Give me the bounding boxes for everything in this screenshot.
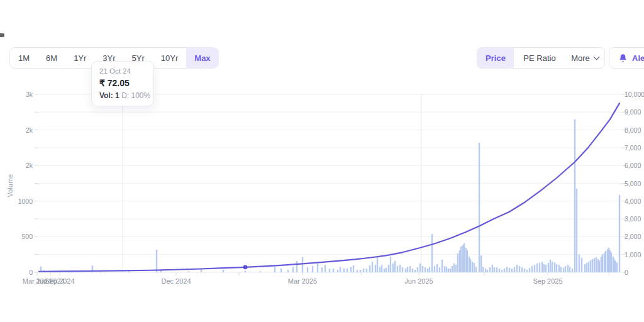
price-volume-chart[interactable] bbox=[0, 0, 644, 322]
y-axis-title-volume: Volume bbox=[6, 164, 14, 208]
volume-bar bbox=[429, 267, 430, 272]
volume-bar bbox=[307, 267, 308, 272]
y-axis-label-right: 8,000 bbox=[625, 126, 641, 134]
volume-bar bbox=[340, 267, 341, 272]
volume-bar bbox=[280, 269, 282, 272]
volume-bar bbox=[565, 266, 566, 272]
volume-bar bbox=[496, 267, 497, 272]
volume-bar bbox=[402, 267, 403, 272]
volume-bar bbox=[588, 262, 589, 272]
volume-bar bbox=[457, 253, 458, 272]
volume-bar bbox=[434, 266, 435, 272]
volume-bar bbox=[444, 266, 445, 272]
y-axis-label-right: 1,000 bbox=[625, 251, 641, 258]
stock-chart-app: 3k2k2k10005000 10,0009,0008,0007,0006,00… bbox=[0, 0, 644, 322]
price-line bbox=[39, 103, 619, 272]
volume-bar bbox=[377, 257, 378, 272]
volume-bar bbox=[156, 250, 157, 272]
volume-bar bbox=[539, 263, 540, 272]
volume-bar bbox=[422, 266, 423, 272]
volume-bar bbox=[409, 266, 411, 272]
volume-bar bbox=[596, 257, 597, 272]
x-axis-label: Dec 2024 bbox=[151, 277, 201, 285]
x-axis-label: Sep 2024 bbox=[35, 277, 85, 285]
volume-bar bbox=[574, 119, 575, 272]
volume-bar bbox=[333, 269, 334, 272]
volume-bar bbox=[599, 260, 600, 272]
volume-bar bbox=[223, 270, 224, 272]
volume-bar bbox=[509, 268, 510, 272]
volume-bar bbox=[450, 269, 451, 272]
volume-bar bbox=[399, 265, 401, 272]
volume-bar bbox=[511, 269, 513, 272]
volume-bar bbox=[292, 267, 294, 272]
volume-bar bbox=[321, 267, 323, 272]
volume-bar bbox=[381, 265, 382, 272]
volume-bar bbox=[329, 269, 330, 272]
volume-bar bbox=[412, 269, 413, 272]
volume-bar bbox=[572, 269, 573, 272]
y-axis-label-left: 0 bbox=[0, 269, 33, 276]
volume-bar bbox=[560, 267, 562, 272]
volume-bar bbox=[455, 265, 457, 272]
volume-bar bbox=[317, 264, 318, 272]
volume-bar bbox=[188, 271, 189, 272]
volume-bar bbox=[453, 264, 455, 272]
volume-bar bbox=[590, 260, 591, 272]
volume-bar bbox=[605, 251, 606, 272]
volume-bar bbox=[581, 258, 582, 272]
volume-bar bbox=[372, 262, 373, 272]
volume-bar bbox=[586, 263, 587, 272]
volume-bar bbox=[350, 267, 352, 272]
volume-bar bbox=[369, 265, 370, 272]
volume-bar bbox=[619, 195, 620, 272]
x-axis-label: Sep 2025 bbox=[523, 277, 573, 285]
volume-bar bbox=[384, 269, 385, 272]
volume-bar bbox=[602, 254, 603, 272]
volume-bar bbox=[592, 259, 593, 272]
volume-bar bbox=[390, 257, 391, 272]
volume-bar bbox=[556, 264, 557, 272]
volume-bar bbox=[521, 267, 523, 272]
y-axis-label-right: 9,000 bbox=[625, 108, 641, 116]
volume-bar bbox=[431, 234, 433, 272]
volume-bar bbox=[479, 143, 480, 272]
volume-bar bbox=[260, 271, 261, 272]
volume-bar bbox=[569, 267, 570, 272]
volume-bar bbox=[558, 265, 560, 272]
volume-bar bbox=[379, 267, 380, 272]
x-axis-label: Jun 2025 bbox=[394, 277, 444, 285]
volume-bar bbox=[492, 265, 493, 272]
volume-bar bbox=[475, 267, 477, 272]
volume-bar bbox=[519, 266, 520, 272]
y-axis-label-left: 3k bbox=[0, 91, 33, 98]
volume-bar bbox=[347, 269, 348, 272]
volume-bar bbox=[446, 267, 447, 272]
x-axis-label: Mar 2025 bbox=[277, 277, 328, 285]
volume-bar bbox=[529, 268, 530, 272]
volume-bar bbox=[419, 264, 421, 272]
volume-bar bbox=[360, 270, 361, 272]
volume-bar bbox=[363, 269, 364, 272]
volume-bar bbox=[394, 261, 396, 272]
y-axis-label-right: 7,000 bbox=[625, 144, 641, 152]
chart-tooltip: 21 Oct 24 ₹ 72.05 Vol: 1 D: 100% bbox=[91, 61, 154, 106]
volume-bar bbox=[439, 267, 440, 272]
volume-bar bbox=[274, 267, 275, 272]
y-axis-label-right: 3,000 bbox=[625, 215, 641, 223]
volume-bar bbox=[302, 257, 303, 272]
volume-bar bbox=[386, 268, 387, 272]
volume-bar bbox=[501, 270, 502, 272]
tooltip-delivery: D: 100% bbox=[121, 91, 150, 100]
y-axis-label-right: 5,000 bbox=[625, 180, 641, 187]
volume-bar bbox=[405, 269, 406, 272]
volume-bar bbox=[504, 269, 505, 272]
volume-bar bbox=[552, 262, 553, 272]
volume-bar bbox=[448, 269, 449, 272]
volume-bar bbox=[472, 262, 473, 272]
volume-bar bbox=[388, 265, 389, 272]
volume-bar bbox=[534, 265, 535, 272]
volume-bar bbox=[407, 267, 408, 272]
volume-bar bbox=[436, 264, 438, 272]
volume-bar bbox=[541, 262, 543, 272]
